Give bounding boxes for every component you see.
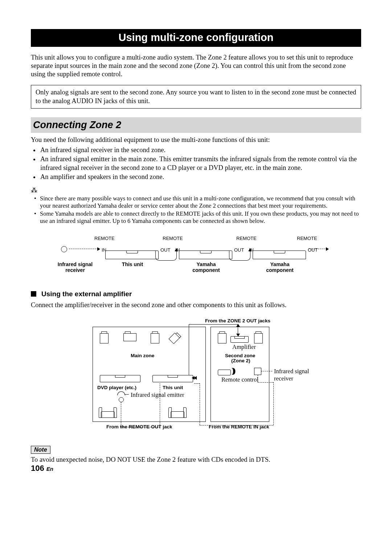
note-text: To avoid unexpected noise, DO NOT USE th… [31, 456, 361, 464]
unit-icon [253, 250, 306, 259]
dashed-line [273, 382, 274, 425]
diagram-label: Yamahacomponent [262, 262, 298, 273]
hints-list: Since there are many possible ways to co… [31, 195, 361, 225]
list-item: An infrared signal emitter in the main z… [40, 155, 361, 172]
unit-icon [179, 250, 232, 259]
dashed-arrow-icon [309, 249, 328, 249]
diagram-label: Yamahacomponent [188, 262, 224, 273]
this-unit-label: This unit [163, 385, 183, 390]
list-item: An infrared signal receiver in the secon… [40, 146, 361, 154]
center-speaker-icon [123, 333, 136, 341]
hint-icon: ⁂ [31, 186, 361, 194]
main-zone-label: Main zone [131, 353, 154, 358]
ir-emitter-label: Infrared signal emitter [131, 391, 184, 399]
diagram-label: Infrared signalreceiver [52, 262, 99, 273]
pointer-line [261, 371, 272, 371]
dashed-line [200, 383, 200, 425]
remote-control-icon [218, 370, 231, 375]
chair-icon [101, 411, 115, 418]
this-unit-icon [152, 375, 193, 382]
list-item: Since there are many possible ways to co… [36, 195, 361, 209]
diagram-remote-chain: REMOTE IN REMOTE OUT IN REMOTE OUT IN RE… [58, 236, 334, 276]
analog-note-box: Only analog signals are sent to the seco… [31, 85, 361, 108]
page-number: 106 En [31, 464, 361, 473]
page-language: En [46, 466, 53, 472]
from-zone2-label: From the ZONE 2 OUT jacks [205, 318, 270, 323]
dashed-line [160, 383, 160, 427]
diagram-label: This unit [114, 262, 151, 267]
ir-wave-icon: )))) [232, 366, 233, 375]
arrowhead-icon [192, 376, 195, 380]
speaker-icon [218, 333, 226, 343]
connector-line [238, 329, 238, 336]
connection-curve-icon [155, 251, 177, 261]
dashed-line [258, 382, 273, 383]
sub-paragraph: Connect the amplifier/receiver in the se… [31, 301, 361, 309]
ir-receiver-icon [61, 246, 67, 252]
dashed-line [121, 402, 121, 427]
amplifier-label: Amplifier [232, 343, 256, 351]
sub-heading-text: Using the external amplifier [41, 290, 132, 298]
ir-receiver-label: Infrared signal receiver [274, 368, 327, 382]
chair-icon [171, 411, 184, 418]
square-bullet-icon [31, 291, 36, 297]
dashed-line [194, 383, 200, 384]
diagram-zone-layout: From the ZONE 2 OUT jacks Amplifier Main… [65, 319, 327, 435]
dvd-player-icon [100, 375, 140, 382]
equipment-list: An infrared signal receiver in the secon… [31, 146, 361, 181]
unit-icon [105, 250, 159, 259]
amplifier-icon [230, 336, 249, 343]
out-label: OUT [308, 247, 318, 253]
dashed-arrow-icon [69, 249, 100, 249]
remote-control-label: Remote control [221, 376, 258, 383]
speaker-icon [254, 333, 263, 343]
pointer-line [124, 394, 129, 395]
sub-heading-external-amplifier: Using the external amplifier [31, 290, 361, 298]
equipment-intro: You need the following additional equipm… [31, 136, 361, 144]
remote-label: REMOTE [236, 236, 257, 241]
speaker-icon [100, 333, 109, 343]
list-item: Some Yamaha models are able to connect d… [36, 210, 361, 225]
from-remote-out-label: From the REMOTE OUT jack [106, 424, 172, 429]
page-number-value: 106 [31, 464, 44, 473]
connector-line [189, 324, 238, 325]
list-item: An amplifier and speakers in the second … [40, 172, 361, 181]
section-heading-connecting-zone-2: Connecting Zone 2 [31, 117, 361, 133]
ir-emitter-icon [119, 397, 124, 402]
dashed-line [258, 375, 258, 382]
second-zone-sub-label: (Zone 2) [231, 358, 250, 363]
connection-curve-icon [229, 251, 250, 261]
ir-receiver-icon [254, 368, 261, 375]
second-zone-label: Second zone [225, 353, 255, 358]
remote-label: REMOTE [163, 236, 183, 241]
from-remote-in-label: From the REMOTE IN jack [209, 424, 269, 429]
intro-paragraph: This unit allows you to configure a mult… [31, 53, 361, 78]
page-title: Using multi-zone configuration [31, 29, 361, 47]
remote-label: REMOTE [297, 236, 317, 241]
dvd-label: DVD player (etc.) [97, 385, 136, 390]
remote-label: REMOTE [94, 236, 115, 241]
note-label: Note [31, 446, 50, 454]
speaker-icon [151, 333, 159, 343]
connector-line [189, 324, 189, 375]
